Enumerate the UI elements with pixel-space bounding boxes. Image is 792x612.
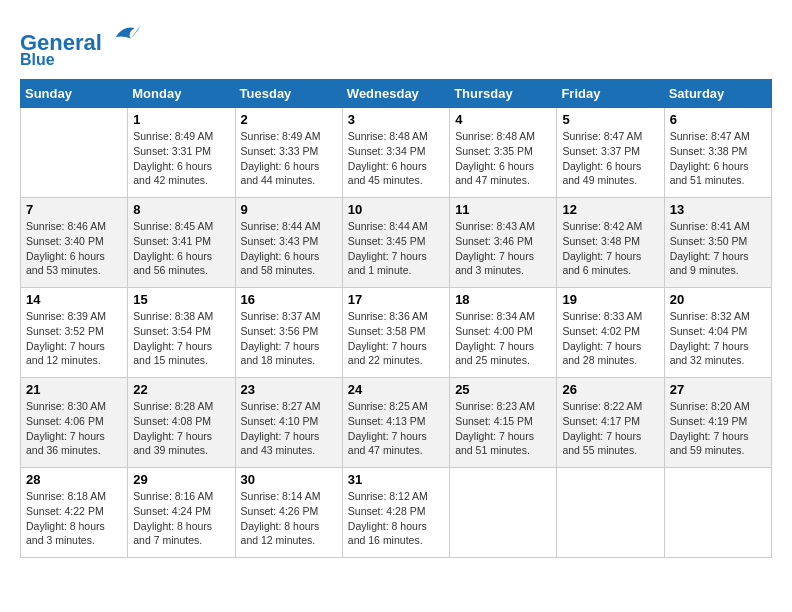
- logo-bird-icon: [112, 20, 142, 50]
- day-number: 17: [348, 292, 444, 307]
- calendar-cell: 11Sunrise: 8:43 AM Sunset: 3:46 PM Dayli…: [450, 198, 557, 288]
- weekday-header: Wednesday: [342, 80, 449, 108]
- day-info: Sunrise: 8:30 AM Sunset: 4:06 PM Dayligh…: [26, 399, 122, 458]
- weekday-header: Monday: [128, 80, 235, 108]
- day-number: 8: [133, 202, 229, 217]
- calendar-week-row: 28Sunrise: 8:18 AM Sunset: 4:22 PM Dayli…: [21, 468, 772, 558]
- day-number: 10: [348, 202, 444, 217]
- day-number: 23: [241, 382, 337, 397]
- day-info: Sunrise: 8:36 AM Sunset: 3:58 PM Dayligh…: [348, 309, 444, 368]
- day-info: Sunrise: 8:25 AM Sunset: 4:13 PM Dayligh…: [348, 399, 444, 458]
- calendar-week-row: 14Sunrise: 8:39 AM Sunset: 3:52 PM Dayli…: [21, 288, 772, 378]
- day-info: Sunrise: 8:32 AM Sunset: 4:04 PM Dayligh…: [670, 309, 766, 368]
- calendar-week-row: 21Sunrise: 8:30 AM Sunset: 4:06 PM Dayli…: [21, 378, 772, 468]
- day-number: 7: [26, 202, 122, 217]
- calendar-cell: [450, 468, 557, 558]
- weekday-header: Friday: [557, 80, 664, 108]
- day-number: 1: [133, 112, 229, 127]
- day-number: 21: [26, 382, 122, 397]
- day-number: 30: [241, 472, 337, 487]
- calendar-cell: 26Sunrise: 8:22 AM Sunset: 4:17 PM Dayli…: [557, 378, 664, 468]
- day-number: 31: [348, 472, 444, 487]
- calendar-cell: [21, 108, 128, 198]
- day-info: Sunrise: 8:44 AM Sunset: 3:45 PM Dayligh…: [348, 219, 444, 278]
- calendar-cell: 3Sunrise: 8:48 AM Sunset: 3:34 PM Daylig…: [342, 108, 449, 198]
- calendar-cell: 22Sunrise: 8:28 AM Sunset: 4:08 PM Dayli…: [128, 378, 235, 468]
- day-info: Sunrise: 8:44 AM Sunset: 3:43 PM Dayligh…: [241, 219, 337, 278]
- calendar-cell: 16Sunrise: 8:37 AM Sunset: 3:56 PM Dayli…: [235, 288, 342, 378]
- day-info: Sunrise: 8:18 AM Sunset: 4:22 PM Dayligh…: [26, 489, 122, 548]
- day-info: Sunrise: 8:43 AM Sunset: 3:46 PM Dayligh…: [455, 219, 551, 278]
- day-number: 28: [26, 472, 122, 487]
- calendar-cell: [557, 468, 664, 558]
- calendar-cell: 19Sunrise: 8:33 AM Sunset: 4:02 PM Dayli…: [557, 288, 664, 378]
- page-header: General Blue: [20, 20, 772, 69]
- day-number: 15: [133, 292, 229, 307]
- day-info: Sunrise: 8:16 AM Sunset: 4:24 PM Dayligh…: [133, 489, 229, 548]
- calendar-cell: 7Sunrise: 8:46 AM Sunset: 3:40 PM Daylig…: [21, 198, 128, 288]
- day-number: 19: [562, 292, 658, 307]
- day-info: Sunrise: 8:23 AM Sunset: 4:15 PM Dayligh…: [455, 399, 551, 458]
- day-info: Sunrise: 8:46 AM Sunset: 3:40 PM Dayligh…: [26, 219, 122, 278]
- day-info: Sunrise: 8:22 AM Sunset: 4:17 PM Dayligh…: [562, 399, 658, 458]
- calendar-cell: 15Sunrise: 8:38 AM Sunset: 3:54 PM Dayli…: [128, 288, 235, 378]
- calendar-cell: 18Sunrise: 8:34 AM Sunset: 4:00 PM Dayli…: [450, 288, 557, 378]
- day-number: 18: [455, 292, 551, 307]
- calendar-cell: 30Sunrise: 8:14 AM Sunset: 4:26 PM Dayli…: [235, 468, 342, 558]
- calendar-cell: 20Sunrise: 8:32 AM Sunset: 4:04 PM Dayli…: [664, 288, 771, 378]
- calendar-cell: 10Sunrise: 8:44 AM Sunset: 3:45 PM Dayli…: [342, 198, 449, 288]
- calendar-cell: 8Sunrise: 8:45 AM Sunset: 3:41 PM Daylig…: [128, 198, 235, 288]
- calendar-cell: 13Sunrise: 8:41 AM Sunset: 3:50 PM Dayli…: [664, 198, 771, 288]
- day-number: 2: [241, 112, 337, 127]
- day-number: 25: [455, 382, 551, 397]
- calendar-header-row: SundayMondayTuesdayWednesdayThursdayFrid…: [21, 80, 772, 108]
- calendar-table: SundayMondayTuesdayWednesdayThursdayFrid…: [20, 79, 772, 558]
- calendar-cell: 12Sunrise: 8:42 AM Sunset: 3:48 PM Dayli…: [557, 198, 664, 288]
- day-number: 27: [670, 382, 766, 397]
- day-number: 9: [241, 202, 337, 217]
- calendar-cell: [664, 468, 771, 558]
- calendar-week-row: 7Sunrise: 8:46 AM Sunset: 3:40 PM Daylig…: [21, 198, 772, 288]
- day-number: 4: [455, 112, 551, 127]
- day-number: 29: [133, 472, 229, 487]
- day-info: Sunrise: 8:38 AM Sunset: 3:54 PM Dayligh…: [133, 309, 229, 368]
- calendar-cell: 2Sunrise: 8:49 AM Sunset: 3:33 PM Daylig…: [235, 108, 342, 198]
- calendar-cell: 24Sunrise: 8:25 AM Sunset: 4:13 PM Dayli…: [342, 378, 449, 468]
- day-info: Sunrise: 8:45 AM Sunset: 3:41 PM Dayligh…: [133, 219, 229, 278]
- calendar-cell: 1Sunrise: 8:49 AM Sunset: 3:31 PM Daylig…: [128, 108, 235, 198]
- day-number: 3: [348, 112, 444, 127]
- calendar-cell: 4Sunrise: 8:48 AM Sunset: 3:35 PM Daylig…: [450, 108, 557, 198]
- day-info: Sunrise: 8:48 AM Sunset: 3:34 PM Dayligh…: [348, 129, 444, 188]
- calendar-cell: 29Sunrise: 8:16 AM Sunset: 4:24 PM Dayli…: [128, 468, 235, 558]
- day-number: 22: [133, 382, 229, 397]
- day-info: Sunrise: 8:14 AM Sunset: 4:26 PM Dayligh…: [241, 489, 337, 548]
- day-number: 20: [670, 292, 766, 307]
- day-info: Sunrise: 8:49 AM Sunset: 3:31 PM Dayligh…: [133, 129, 229, 188]
- day-info: Sunrise: 8:41 AM Sunset: 3:50 PM Dayligh…: [670, 219, 766, 278]
- calendar-week-row: 1Sunrise: 8:49 AM Sunset: 3:31 PM Daylig…: [21, 108, 772, 198]
- weekday-header: Tuesday: [235, 80, 342, 108]
- day-info: Sunrise: 8:34 AM Sunset: 4:00 PM Dayligh…: [455, 309, 551, 368]
- day-info: Sunrise: 8:20 AM Sunset: 4:19 PM Dayligh…: [670, 399, 766, 458]
- day-info: Sunrise: 8:12 AM Sunset: 4:28 PM Dayligh…: [348, 489, 444, 548]
- day-info: Sunrise: 8:39 AM Sunset: 3:52 PM Dayligh…: [26, 309, 122, 368]
- day-info: Sunrise: 8:33 AM Sunset: 4:02 PM Dayligh…: [562, 309, 658, 368]
- calendar-cell: 31Sunrise: 8:12 AM Sunset: 4:28 PM Dayli…: [342, 468, 449, 558]
- day-info: Sunrise: 8:49 AM Sunset: 3:33 PM Dayligh…: [241, 129, 337, 188]
- day-info: Sunrise: 8:27 AM Sunset: 4:10 PM Dayligh…: [241, 399, 337, 458]
- day-info: Sunrise: 8:47 AM Sunset: 3:38 PM Dayligh…: [670, 129, 766, 188]
- day-info: Sunrise: 8:28 AM Sunset: 4:08 PM Dayligh…: [133, 399, 229, 458]
- calendar-cell: 17Sunrise: 8:36 AM Sunset: 3:58 PM Dayli…: [342, 288, 449, 378]
- day-info: Sunrise: 8:47 AM Sunset: 3:37 PM Dayligh…: [562, 129, 658, 188]
- day-number: 16: [241, 292, 337, 307]
- day-number: 26: [562, 382, 658, 397]
- day-info: Sunrise: 8:42 AM Sunset: 3:48 PM Dayligh…: [562, 219, 658, 278]
- calendar-cell: 5Sunrise: 8:47 AM Sunset: 3:37 PM Daylig…: [557, 108, 664, 198]
- day-number: 24: [348, 382, 444, 397]
- day-number: 12: [562, 202, 658, 217]
- day-number: 14: [26, 292, 122, 307]
- calendar-cell: 9Sunrise: 8:44 AM Sunset: 3:43 PM Daylig…: [235, 198, 342, 288]
- weekday-header: Thursday: [450, 80, 557, 108]
- logo: General Blue: [20, 20, 142, 69]
- day-number: 5: [562, 112, 658, 127]
